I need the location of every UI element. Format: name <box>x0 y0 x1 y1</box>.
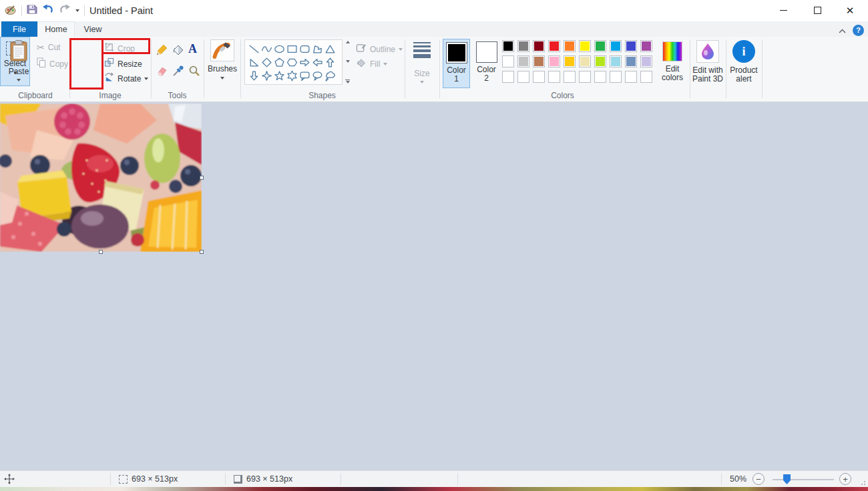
palette-empty-slot[interactable] <box>533 71 545 83</box>
palette-color-22b14c[interactable] <box>594 40 606 52</box>
zoom-slider-track[interactable] <box>773 479 834 480</box>
palette-color-000000[interactable] <box>502 40 514 52</box>
shape-six-point-star-icon[interactable] <box>286 69 298 81</box>
palette-color-b97a57[interactable] <box>533 55 545 67</box>
canvas-image-selection[interactable] <box>0 104 202 252</box>
palette-color-00a2e8[interactable] <box>610 40 622 52</box>
tab-file[interactable]: File <box>1 21 37 37</box>
selection-handle-bottom-right[interactable] <box>200 250 204 254</box>
shapes-more-icon[interactable] <box>345 79 350 84</box>
color-picker-tool[interactable] <box>172 65 184 79</box>
selection-handle-bottom[interactable] <box>99 250 103 254</box>
shape-right-triangle-icon[interactable] <box>248 56 260 68</box>
eraser-tool[interactable] <box>156 65 168 79</box>
undo-icon[interactable] <box>42 4 54 17</box>
color2-swatch <box>476 41 497 63</box>
shapes-scroll-up-icon[interactable] <box>346 41 350 43</box>
palette-color-ffffff[interactable] <box>502 55 514 67</box>
palette-color-c8bfe7[interactable] <box>640 55 652 67</box>
palette-color-880015[interactable] <box>533 40 545 52</box>
resize-button[interactable]: Resize <box>104 57 142 70</box>
palette-empty-slot[interactable] <box>594 71 606 83</box>
shape-arrow-up-icon[interactable] <box>324 56 337 68</box>
zoom-in-button[interactable]: + <box>839 471 851 487</box>
edit-with-paint3d-button[interactable]: Edit with Paint 3D <box>692 40 723 84</box>
palette-color-ed1c24[interactable] <box>548 40 560 52</box>
shape-rectangle-icon[interactable] <box>286 43 298 55</box>
shape-ellipse-icon[interactable] <box>274 43 286 55</box>
shape-arrow-down-icon[interactable] <box>248 69 260 81</box>
copy-button[interactable]: Copy <box>37 57 68 71</box>
fill-button[interactable]: Fill <box>356 57 387 70</box>
rotate-button[interactable]: Rotate <box>104 72 148 85</box>
palette-color-efe4b0[interactable] <box>579 55 591 67</box>
brushes-button[interactable]: Brushes <box>207 39 238 79</box>
tab-home[interactable]: Home <box>37 21 75 37</box>
palette-empty-slot[interactable] <box>502 71 514 83</box>
shape-curve-icon[interactable] <box>261 43 273 55</box>
palette-color-99d9ea[interactable] <box>610 55 622 67</box>
minimize-button[interactable] <box>768 0 799 20</box>
palette-color-c3c3c3[interactable] <box>517 55 529 67</box>
palette-empty-slot[interactable] <box>579 71 591 83</box>
palette-color-7092be[interactable] <box>625 55 637 67</box>
palette-color-a349a4[interactable] <box>640 40 652 52</box>
qat-dropdown-icon[interactable] <box>75 9 79 12</box>
product-alert-button[interactable]: i Product alert <box>728 40 760 84</box>
color2-button[interactable]: Color 2 <box>473 39 500 88</box>
help-icon[interactable]: ? <box>853 25 864 36</box>
close-button[interactable]: ✕ <box>835 0 865 20</box>
shape-oval-callout-icon[interactable] <box>312 69 324 81</box>
size-button[interactable]: Size <box>409 42 435 84</box>
shape-rounded-callout-icon[interactable] <box>299 69 311 81</box>
outline-dropdown-icon <box>399 48 403 51</box>
palette-color-b5e61d[interactable] <box>594 55 606 67</box>
redo-icon[interactable] <box>59 4 71 17</box>
shape-rounded-rectangle-icon[interactable] <box>299 43 311 55</box>
tab-view[interactable]: View <box>75 21 111 37</box>
palette-color-ffc90e[interactable] <box>564 55 576 67</box>
fill-tool[interactable] <box>172 44 184 59</box>
pencil-tool[interactable] <box>156 44 168 59</box>
shape-triangle-icon[interactable] <box>324 43 337 55</box>
shape-four-point-star-icon[interactable] <box>261 69 273 81</box>
shape-diamond-icon[interactable] <box>261 56 273 68</box>
cut-button[interactable]: ✂ Cut <box>37 42 60 53</box>
selection-handle-right[interactable] <box>200 176 204 180</box>
palette-color-7f7f7f[interactable] <box>517 40 529 52</box>
palette-empty-slot[interactable] <box>625 71 637 83</box>
color1-button[interactable]: Color 1 <box>443 39 470 88</box>
shape-five-point-star-icon[interactable] <box>274 69 286 81</box>
palette-empty-slot[interactable] <box>517 71 529 83</box>
palette-empty-slot[interactable] <box>548 71 560 83</box>
paste-button[interactable]: Paste <box>4 39 33 81</box>
text-tool[interactable]: A <box>188 43 197 55</box>
collapse-ribbon-icon[interactable] <box>839 24 846 36</box>
palette-color-3f48cc[interactable] <box>625 40 637 52</box>
fruit-salad-image <box>0 104 202 252</box>
palette-empty-slot[interactable] <box>640 71 652 83</box>
shape-arrow-right-icon[interactable] <box>299 56 311 68</box>
shapes-scroll-down-icon[interactable] <box>346 60 350 63</box>
zoom-out-button[interactable]: − <box>752 471 765 487</box>
shape-pentagon-icon[interactable] <box>274 56 286 68</box>
resize-grip-icon[interactable] <box>859 478 865 485</box>
shape-cloud-callout-icon[interactable] <box>324 69 337 81</box>
palette-color-ffaec9[interactable] <box>548 55 560 67</box>
shape-hexagon-icon[interactable] <box>286 56 298 68</box>
maximize-button[interactable] <box>802 0 833 20</box>
shape-polygon-icon[interactable] <box>312 43 324 55</box>
edit-colors-button[interactable]: Edit colors <box>656 41 688 82</box>
outline-button[interactable]: Outline <box>356 43 403 55</box>
magnifier-tool[interactable] <box>188 65 200 79</box>
save-icon[interactable] <box>27 4 37 17</box>
shape-line-icon[interactable] <box>248 43 260 55</box>
drawing-canvas[interactable] <box>0 102 868 470</box>
crop-button[interactable]: Crop <box>104 42 135 55</box>
shape-arrow-left-icon[interactable] <box>312 56 324 68</box>
palette-empty-slot[interactable] <box>610 71 622 83</box>
zoom-slider-thumb[interactable] <box>783 474 791 484</box>
palette-color-fff200[interactable] <box>579 40 591 52</box>
palette-color-ff7f27[interactable] <box>564 40 576 52</box>
palette-empty-slot[interactable] <box>564 71 576 83</box>
